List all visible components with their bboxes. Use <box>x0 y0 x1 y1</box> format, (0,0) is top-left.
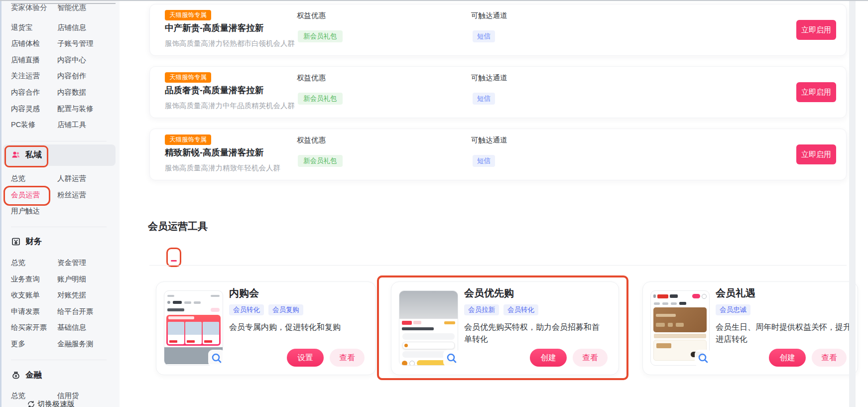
tabs-divider <box>149 265 847 266</box>
channel-badge[interactable]: 短信 <box>473 155 495 167</box>
benefit-column-label: 权益优惠 <box>297 11 326 20</box>
sidebar-link[interactable]: 给平台开票 <box>57 303 94 320</box>
channel-column-label: 可触达通道 <box>471 73 507 83</box>
channel-column-label: 可触达通道 <box>471 136 507 145</box>
sidebar-link-row: PC装修 店铺工具 <box>11 117 116 133</box>
sidebar-link[interactable]: 总览 <box>11 255 25 271</box>
sidebar-link[interactable]: 用户触达 <box>11 203 40 219</box>
people-icon <box>11 150 20 159</box>
tool-primary-button[interactable]: 创建 <box>530 349 567 367</box>
section-title: 财务 <box>25 236 42 247</box>
tool-primary-button[interactable]: 设置 <box>287 349 324 367</box>
campaign-card: 天猫服饰专属 中产新贵-高质量潜客拉新 服饰高质量高潜力轻熟都市白领机会人群 权… <box>149 4 847 56</box>
sidebar-section-siyu[interactable]: 私域 <box>7 147 116 162</box>
tool-actions: 创建 查看 <box>769 349 847 367</box>
sidebar-link[interactable]: 内容中心 <box>57 52 86 68</box>
sidebar-link[interactable]: 给买家开票 <box>11 319 47 336</box>
magnifier-icon[interactable] <box>443 350 460 367</box>
sidebar-link[interactable]: 资金管理 <box>57 255 86 271</box>
campaign-list: 天猫服饰专属 中产新贵-高质量潜客拉新 服饰高质量高潜力轻熟都市白领机会人群 权… <box>149 0 847 180</box>
sidebar-link[interactable]: 关注运营 <box>11 68 40 84</box>
sidebar-link-row: 会员运营 粉丝运营 <box>11 187 116 203</box>
tool-tags: 会员转化会员复购 <box>229 304 303 315</box>
sidebar-link[interactable]: 会员运营 <box>11 187 40 203</box>
sidebar-link[interactable]: 智能优惠 <box>57 3 86 13</box>
sidebar-link[interactable]: 粉丝运营 <box>57 187 86 203</box>
sidebar-link[interactable]: 对账凭据 <box>57 287 86 303</box>
sidebar-link[interactable]: 店铺体检 <box>11 35 40 52</box>
tool-tag[interactable]: 会员忠诚 <box>716 304 750 315</box>
campaign-badge: 天猫服饰专属 <box>165 10 211 20</box>
sidebar-link[interactable]: 基础信息 <box>57 319 86 336</box>
tool-title: 会员礼遇 <box>716 286 755 300</box>
tool-actions: 设置 查看 <box>287 349 365 367</box>
tool-description: 会员生日、周年时提供权益关怀，提升进店转化 <box>716 321 858 345</box>
tool-tag[interactable]: 会员转化 <box>503 304 538 315</box>
benefit-badge[interactable]: 新会员礼包 <box>298 93 343 105</box>
tool-card: 会员礼遇 会员忠诚 会员生日、周年时提供权益关怀，提升进店转化 创建 查看 <box>642 281 858 375</box>
sidebar-link[interactable]: 总览 <box>11 170 25 187</box>
activate-now-button[interactable]: 立即启用 <box>796 144 836 164</box>
channel-badge[interactable]: 短信 <box>473 30 495 42</box>
sidebar-link-row: 收支账单 对账凭据 <box>11 287 116 303</box>
sidebar-link[interactable]: 店铺直播 <box>11 52 40 68</box>
divider <box>11 227 107 227</box>
sidebar-link[interactable]: 店铺工具 <box>57 117 86 133</box>
tool-view-button[interactable]: 查看 <box>330 349 365 367</box>
tool-tag[interactable]: 会员转化 <box>229 304 264 315</box>
sidebar-link[interactable]: 内容合作 <box>11 84 40 101</box>
sidebar-link[interactable]: 账户明细 <box>57 271 86 287</box>
tool-thumbnail <box>650 290 710 366</box>
sidebar-link[interactable]: 内容数据 <box>57 84 86 101</box>
campaign-badge: 天猫服饰专属 <box>165 135 211 145</box>
switch-lite-version[interactable]: 切换极速版 <box>27 400 75 407</box>
sidebar-link[interactable]: 金融服务测 <box>57 336 94 352</box>
sidebar-link[interactable]: 业务查询 <box>11 271 40 287</box>
sidebar-link[interactable]: 配置与装修 <box>57 101 94 117</box>
sidebar-link[interactable]: 内容灵感 <box>11 101 40 117</box>
sidebar-link[interactable]: 总览 <box>11 388 25 404</box>
tool-view-button[interactable]: 查看 <box>573 349 608 367</box>
sidebar-section-jinrong[interactable]: 金融 <box>7 368 116 383</box>
benefit-badge[interactable]: 新会员礼包 <box>298 155 343 167</box>
channel-column-label: 可触达通道 <box>471 11 507 20</box>
magnifier-icon[interactable] <box>695 350 712 367</box>
page-scrollbar[interactable] <box>849 0 856 407</box>
sidebar-link[interactable]: 子账号管理 <box>57 35 94 52</box>
tool-description: 会员优先购买特权，助力会员招募和首单转化 <box>464 321 606 345</box>
tool-thumbnail <box>399 290 458 366</box>
tool-tags: 会员忠诚 <box>716 304 750 315</box>
activate-now-button[interactable]: 立即启用 <box>796 20 836 40</box>
sidebar-link-row: 卖家体验分 智能优惠 <box>11 3 116 13</box>
tool-tag[interactable]: 会员复购 <box>268 304 303 315</box>
sidebar-link[interactable]: PC装修 <box>11 117 35 133</box>
benefit-column-label: 权益优惠 <box>297 73 326 83</box>
channel-badge[interactable]: 短信 <box>473 93 495 105</box>
sidebar-link[interactable]: 店铺信息 <box>57 19 86 36</box>
sidebar-link-row: 给买家开票 基础信息 <box>11 319 116 336</box>
magnifier-icon[interactable] <box>208 350 225 367</box>
tool-thumbnail <box>164 290 223 366</box>
campaign-title: 品质奢贵-高质量潜客拉新 <box>165 84 263 96</box>
tool-title: 内购会 <box>229 286 259 300</box>
tool-tag[interactable]: 会员拉新 <box>464 304 499 315</box>
sidebar-link[interactable]: 更多 <box>11 336 25 352</box>
top-edge-line <box>0 0 868 1</box>
main-content: 天猫服饰专属 中产新贵-高质量潜客拉新 服饰高质量高潜力轻熟都市白领机会人群 权… <box>120 0 849 407</box>
sidebar-link-row: 业务查询 账户明细 <box>11 271 116 287</box>
sidebar-link[interactable]: 申请发票 <box>11 303 40 320</box>
sidebar-link[interactable]: 退货宝 <box>11 19 33 36</box>
campaign-subtitle: 服饰高质量高潜力轻熟都市白领机会人群 <box>165 39 295 48</box>
sidebar-section-caiwu[interactable]: 财务 <box>7 234 116 249</box>
sidebar-link[interactable]: 内容创作 <box>57 68 86 84</box>
sidebar: 卖家体验分 智能优惠 退货宝 店铺信息 店铺体检 子账号管理 店铺直播 内容中心… <box>1 0 120 407</box>
activate-now-button[interactable]: 立即启用 <box>796 82 836 102</box>
benefit-column-label: 权益优惠 <box>297 136 326 145</box>
sidebar-link[interactable]: 人群运营 <box>57 170 86 187</box>
tool-primary-button[interactable]: 创建 <box>769 349 806 367</box>
benefit-badge[interactable]: 新会员礼包 <box>298 30 343 42</box>
tool-view-button[interactable]: 查看 <box>812 349 847 367</box>
sidebar-link[interactable]: 卖家体验分 <box>11 3 47 13</box>
sidebar-link[interactable]: 收支账单 <box>11 287 40 303</box>
switch-icon <box>27 401 35 407</box>
